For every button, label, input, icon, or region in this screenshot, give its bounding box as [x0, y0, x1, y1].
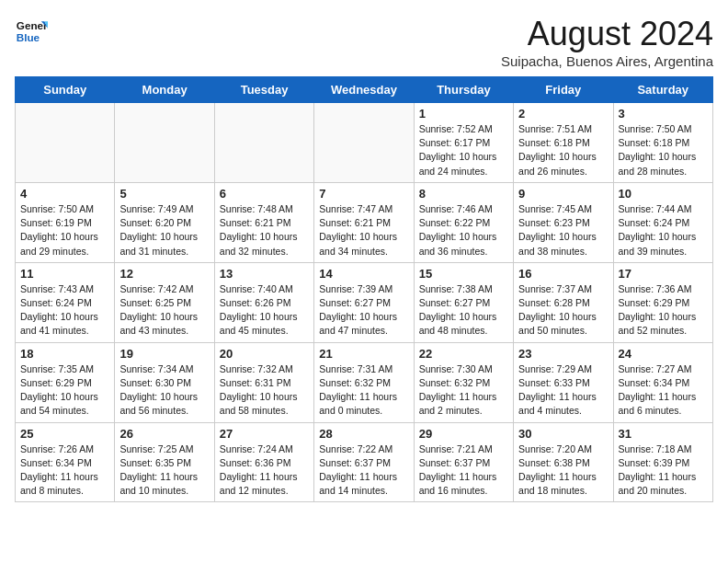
calendar-cell: 20Sunrise: 7:32 AM Sunset: 6:31 PM Dayli…	[214, 342, 313, 422]
weekday-thursday: Thursday	[414, 77, 513, 103]
calendar-cell: 5Sunrise: 7:49 AM Sunset: 6:20 PM Daylig…	[115, 182, 214, 262]
weekday-friday: Friday	[514, 77, 613, 103]
calendar-cell: 30Sunrise: 7:20 AM Sunset: 6:38 PM Dayli…	[514, 422, 613, 502]
calendar-cell: 27Sunrise: 7:24 AM Sunset: 6:36 PM Dayli…	[214, 422, 313, 502]
day-info: Sunrise: 7:22 AM Sunset: 6:37 PM Dayligh…	[319, 442, 408, 499]
calendar-cell: 28Sunrise: 7:22 AM Sunset: 6:37 PM Dayli…	[314, 422, 414, 502]
day-number: 25	[20, 427, 109, 441]
svg-text:General: General	[17, 19, 48, 31]
week-row-5: 25Sunrise: 7:26 AM Sunset: 6:34 PM Dayli…	[16, 422, 713, 502]
logo: General Blue	[15, 15, 48, 48]
day-info: Sunrise: 7:46 AM Sunset: 6:22 PM Dayligh…	[419, 202, 508, 259]
weekday-wednesday: Wednesday	[314, 77, 414, 103]
day-info: Sunrise: 7:43 AM Sunset: 6:24 PM Dayligh…	[20, 282, 109, 339]
calendar-cell: 3Sunrise: 7:50 AM Sunset: 6:18 PM Daylig…	[613, 103, 712, 183]
weekday-monday: Monday	[115, 77, 214, 103]
day-number: 2	[518, 107, 608, 121]
calendar-cell: 23Sunrise: 7:29 AM Sunset: 6:33 PM Dayli…	[514, 342, 613, 422]
svg-text:Blue: Blue	[17, 31, 40, 43]
calendar-cell: 24Sunrise: 7:27 AM Sunset: 6:34 PM Dayli…	[613, 342, 712, 422]
calendar-cell: 16Sunrise: 7:37 AM Sunset: 6:28 PM Dayli…	[514, 262, 613, 342]
main-title: August 2024	[501, 15, 713, 53]
calendar-cell: 9Sunrise: 7:45 AM Sunset: 6:23 PM Daylig…	[514, 182, 613, 262]
header: General Blue August 2024 Suipacha, Bueno…	[15, 15, 713, 69]
calendar-cell: 15Sunrise: 7:38 AM Sunset: 6:27 PM Dayli…	[414, 262, 513, 342]
day-info: Sunrise: 7:35 AM Sunset: 6:29 PM Dayligh…	[20, 362, 109, 419]
day-info: Sunrise: 7:30 AM Sunset: 6:32 PM Dayligh…	[419, 362, 508, 419]
day-info: Sunrise: 7:29 AM Sunset: 6:33 PM Dayligh…	[518, 362, 608, 419]
day-info: Sunrise: 7:39 AM Sunset: 6:27 PM Dayligh…	[319, 282, 408, 339]
day-number: 26	[119, 427, 209, 441]
calendar-cell: 8Sunrise: 7:46 AM Sunset: 6:22 PM Daylig…	[414, 182, 513, 262]
calendar-cell: 11Sunrise: 7:43 AM Sunset: 6:24 PM Dayli…	[16, 262, 115, 342]
day-info: Sunrise: 7:36 AM Sunset: 6:29 PM Dayligh…	[619, 282, 708, 339]
day-info: Sunrise: 7:48 AM Sunset: 6:21 PM Dayligh…	[220, 202, 309, 259]
day-number: 28	[319, 427, 408, 441]
day-number: 27	[220, 427, 309, 441]
day-info: Sunrise: 7:32 AM Sunset: 6:31 PM Dayligh…	[220, 362, 309, 419]
calendar-cell: 14Sunrise: 7:39 AM Sunset: 6:27 PM Dayli…	[314, 262, 414, 342]
day-info: Sunrise: 7:50 AM Sunset: 6:18 PM Dayligh…	[619, 122, 708, 178]
day-number: 10	[619, 187, 708, 201]
day-info: Sunrise: 7:45 AM Sunset: 6:23 PM Dayligh…	[518, 202, 608, 259]
day-info: Sunrise: 7:37 AM Sunset: 6:28 PM Dayligh…	[518, 282, 608, 339]
subtitle: Suipacha, Buenos Aires, Argentina	[501, 53, 713, 69]
day-info: Sunrise: 7:20 AM Sunset: 6:38 PM Dayligh…	[518, 442, 608, 499]
week-row-3: 11Sunrise: 7:43 AM Sunset: 6:24 PM Dayli…	[16, 262, 713, 342]
day-number: 18	[20, 347, 109, 361]
day-info: Sunrise: 7:34 AM Sunset: 6:30 PM Dayligh…	[119, 362, 209, 419]
day-number: 31	[619, 427, 708, 441]
calendar-cell: 12Sunrise: 7:42 AM Sunset: 6:25 PM Dayli…	[115, 262, 214, 342]
calendar-cell: 1Sunrise: 7:52 AM Sunset: 6:17 PM Daylig…	[414, 103, 513, 183]
day-info: Sunrise: 7:21 AM Sunset: 6:37 PM Dayligh…	[419, 442, 508, 499]
day-number: 15	[419, 267, 508, 281]
day-info: Sunrise: 7:50 AM Sunset: 6:19 PM Dayligh…	[20, 202, 109, 259]
day-info: Sunrise: 7:25 AM Sunset: 6:35 PM Dayligh…	[119, 442, 209, 499]
calendar-cell: 17Sunrise: 7:36 AM Sunset: 6:29 PM Dayli…	[613, 262, 712, 342]
calendar-cell: 2Sunrise: 7:51 AM Sunset: 6:18 PM Daylig…	[514, 103, 613, 183]
calendar-cell: 26Sunrise: 7:25 AM Sunset: 6:35 PM Dayli…	[115, 422, 214, 502]
day-info: Sunrise: 7:40 AM Sunset: 6:26 PM Dayligh…	[220, 282, 309, 339]
day-number: 11	[20, 267, 109, 281]
day-number: 29	[419, 427, 508, 441]
calendar-cell: 4Sunrise: 7:50 AM Sunset: 6:19 PM Daylig…	[16, 182, 115, 262]
day-number: 23	[518, 347, 608, 361]
calendar-cell	[115, 103, 214, 183]
day-number: 30	[518, 427, 608, 441]
day-number: 12	[119, 267, 209, 281]
calendar-cell: 25Sunrise: 7:26 AM Sunset: 6:34 PM Dayli…	[16, 422, 115, 502]
title-area: August 2024 Suipacha, Buenos Aires, Arge…	[501, 15, 713, 69]
day-info: Sunrise: 7:42 AM Sunset: 6:25 PM Dayligh…	[119, 282, 209, 339]
day-info: Sunrise: 7:52 AM Sunset: 6:17 PM Dayligh…	[419, 122, 508, 178]
day-number: 13	[220, 267, 309, 281]
calendar-cell: 13Sunrise: 7:40 AM Sunset: 6:26 PM Dayli…	[214, 262, 313, 342]
day-info: Sunrise: 7:51 AM Sunset: 6:18 PM Dayligh…	[518, 122, 608, 178]
day-info: Sunrise: 7:47 AM Sunset: 6:21 PM Dayligh…	[319, 202, 408, 259]
day-number: 8	[419, 187, 508, 201]
day-info: Sunrise: 7:44 AM Sunset: 6:24 PM Dayligh…	[619, 202, 708, 259]
calendar-cell: 19Sunrise: 7:34 AM Sunset: 6:30 PM Dayli…	[115, 342, 214, 422]
calendar-cell: 6Sunrise: 7:48 AM Sunset: 6:21 PM Daylig…	[214, 182, 313, 262]
day-info: Sunrise: 7:24 AM Sunset: 6:36 PM Dayligh…	[220, 442, 309, 499]
calendar-cell	[314, 103, 414, 183]
day-number: 22	[419, 347, 508, 361]
day-number: 5	[119, 187, 209, 201]
calendar-cell: 21Sunrise: 7:31 AM Sunset: 6:32 PM Dayli…	[314, 342, 414, 422]
day-number: 9	[518, 187, 608, 201]
day-info: Sunrise: 7:49 AM Sunset: 6:20 PM Dayligh…	[119, 202, 209, 259]
calendar-cell: 7Sunrise: 7:47 AM Sunset: 6:21 PM Daylig…	[314, 182, 414, 262]
day-number: 17	[619, 267, 708, 281]
calendar-cell: 31Sunrise: 7:18 AM Sunset: 6:39 PM Dayli…	[613, 422, 712, 502]
day-number: 4	[20, 187, 109, 201]
day-number: 14	[319, 267, 408, 281]
day-number: 19	[119, 347, 209, 361]
day-number: 16	[518, 267, 608, 281]
weekday-tuesday: Tuesday	[214, 77, 313, 103]
calendar-cell: 18Sunrise: 7:35 AM Sunset: 6:29 PM Dayli…	[16, 342, 115, 422]
weekday-header-row: SundayMondayTuesdayWednesdayThursdayFrid…	[16, 77, 713, 103]
day-info: Sunrise: 7:38 AM Sunset: 6:27 PM Dayligh…	[419, 282, 508, 339]
day-number: 20	[220, 347, 309, 361]
day-info: Sunrise: 7:18 AM Sunset: 6:39 PM Dayligh…	[619, 442, 708, 499]
calendar: SundayMondayTuesdayWednesdayThursdayFrid…	[15, 76, 713, 502]
week-row-4: 18Sunrise: 7:35 AM Sunset: 6:29 PM Dayli…	[16, 342, 713, 422]
